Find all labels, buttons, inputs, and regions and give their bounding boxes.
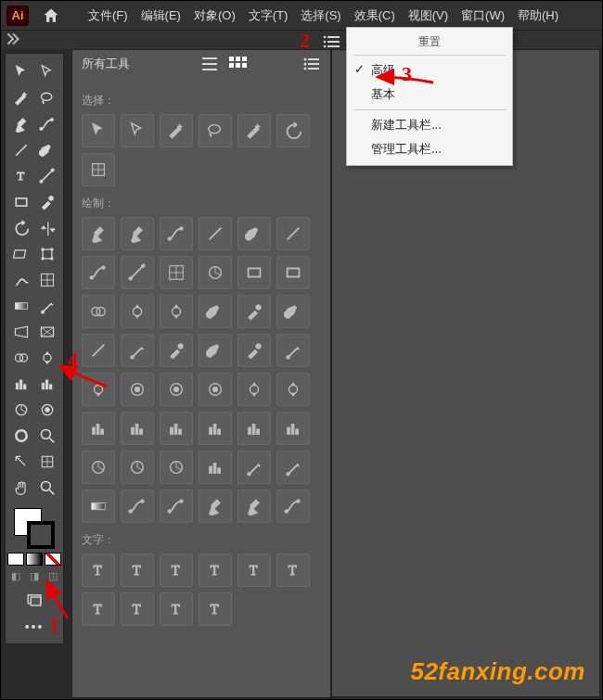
draw-normal-icon[interactable]: ◧ [7,569,24,582]
menu-item[interactable]: 文件(F) [88,7,128,24]
tool-lasso[interactable] [34,85,60,111]
tool-line[interactable] [8,137,34,163]
draw-tool-4[interactable] [237,217,271,250]
edit-toolbar-button[interactable]: ••• [25,619,45,640]
tool-pbrush[interactable] [34,189,60,215]
draw-tool-14[interactable] [160,295,193,328]
draw-tool-42[interactable] [82,490,115,523]
draw-tool-2[interactable] [160,217,193,250]
stroke-swatch[interactable] [27,521,55,549]
tool-wand[interactable] [8,85,34,111]
select-tool-1[interactable] [121,114,154,147]
menu-item[interactable]: 选择(S) [301,7,340,24]
tool-hand[interactable] [8,475,34,501]
draw-tool-31[interactable] [121,412,154,445]
tool-mesh[interactable] [34,267,60,293]
draw-tool-26[interactable] [160,373,193,406]
tool-bar[interactable] [8,371,34,397]
type-tool-8[interactable]: T [160,592,193,626]
tool-drop[interactable] [34,293,60,319]
select-tool-0[interactable] [82,114,115,147]
color-gradient[interactable] [26,553,43,566]
panel-collapse-icon[interactable] [6,32,19,45]
color-none[interactable] [45,553,61,566]
draw-tool-43[interactable] [121,490,154,523]
type-tool-3[interactable]: T [199,554,232,587]
draw-tool-3[interactable] [199,217,232,250]
tool-blend[interactable] [8,345,34,371]
draw-tool-46[interactable] [237,490,271,523]
draw-tool-11[interactable] [276,256,310,289]
draw-tool-39[interactable] [199,451,232,484]
tool-brush[interactable] [34,137,60,163]
menu-item[interactable]: 对象(O) [194,7,236,24]
draw-tool-13[interactable] [121,295,154,328]
menu-item[interactable]: 效果(C) [354,7,395,24]
type-tool-5[interactable]: T [276,554,310,587]
draw-tool-12[interactable] [82,295,115,328]
toolbar-options-icon[interactable] [323,34,341,49]
draw-tool-30[interactable] [82,412,115,445]
tool-slice2[interactable] [34,449,60,475]
type-tool-1[interactable]: T [121,554,154,587]
menu-item[interactable]: 文字(T) [249,7,289,24]
tool-grad[interactable] [8,293,34,319]
tool-shb[interactable] [8,267,34,293]
draw-tool-5[interactable] [276,217,310,250]
type-tool-0[interactable]: T [82,554,115,587]
draw-tool-23[interactable] [276,334,310,367]
draw-tool-17[interactable] [276,295,310,328]
select-tool-2[interactable] [160,114,193,147]
draw-tool-28[interactable] [237,373,271,406]
draw-tool-36[interactable] [82,451,115,484]
draw-tool-38[interactable] [160,451,193,484]
draw-tool-37[interactable] [121,451,154,484]
type-tool-7[interactable]: T [121,592,154,626]
draw-tool-7[interactable] [121,256,154,289]
draw-tool-0[interactable] [82,217,115,250]
tool-warp[interactable] [8,241,34,267]
tool-glass[interactable] [34,423,60,449]
tool-ring[interactable] [8,423,34,449]
tool-cur2[interactable] [34,59,60,85]
draw-tool-32[interactable] [160,412,193,445]
draw-tool-33[interactable] [199,412,232,445]
draw-tool-10[interactable] [237,256,271,289]
draw-tool-45[interactable] [199,490,232,523]
draw-tool-21[interactable] [199,334,232,367]
type-tool-4[interactable]: T [237,554,271,587]
tool-graph2[interactable] [34,397,60,423]
tool-curv[interactable] [34,111,60,137]
draw-tool-19[interactable] [121,334,154,367]
menu-new-toolbar[interactable]: 新建工具栏... [347,113,512,137]
draw-tool-35[interactable] [276,412,310,445]
panel-menu-icon[interactable] [302,56,321,72]
type-tool-6[interactable]: T [82,592,115,626]
menu-item[interactable]: 编辑(E) [141,7,181,24]
tool-pen[interactable] [8,111,34,137]
menu-item[interactable]: 窗口(W) [461,7,505,24]
draw-tool-9[interactable] [199,256,232,289]
tool-seg[interactable] [34,163,60,189]
draw-tool-34[interactable] [237,412,271,445]
tool-cur[interactable] [8,59,34,85]
tool-slice[interactable] [8,449,34,475]
color-solid[interactable] [7,553,24,566]
draw-tool-16[interactable] [237,295,271,328]
tool-persp[interactable] [8,319,34,345]
draw-tool-47[interactable] [276,490,310,523]
menu-manage-toolbar[interactable]: 管理工具栏... [347,137,512,161]
draw-tool-6[interactable] [82,256,115,289]
draw-tool-22[interactable] [237,334,271,367]
draw-tool-40[interactable] [237,451,271,484]
type-tool-2[interactable]: T [160,554,193,587]
select-tool-4[interactable] [237,114,271,147]
menu-item[interactable]: 视图(V) [408,7,448,24]
draw-tool-15[interactable] [199,295,232,328]
tool-rot[interactable] [8,215,34,241]
tool-rect[interactable] [8,189,34,215]
draw-tool-41[interactable] [276,451,310,484]
tool-zoom[interactable] [34,475,60,501]
draw-tool-25[interactable] [121,373,154,406]
tool-T[interactable]: T [8,163,34,189]
